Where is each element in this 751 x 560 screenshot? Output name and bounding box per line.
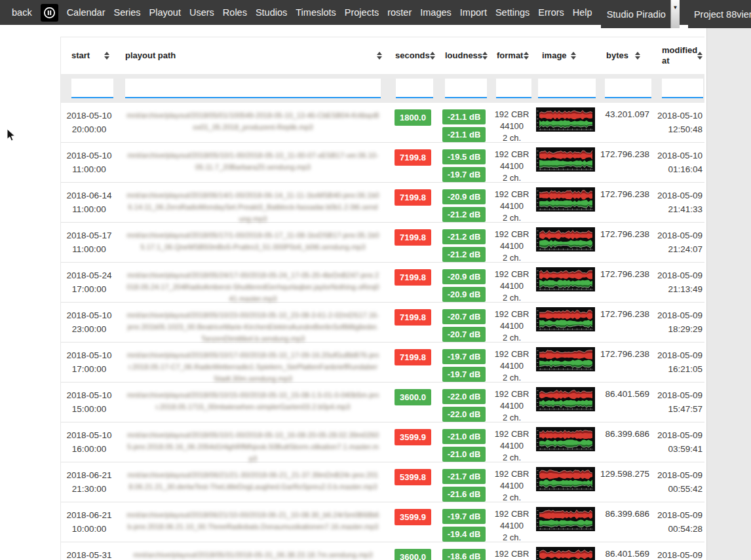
nav-item-import[interactable]: Import [460,7,487,18]
nav-item-roles[interactable]: Roles [223,7,247,18]
filter-input-format[interactable] [496,79,531,98]
waveform-thumbnail[interactable] [536,547,595,560]
waveform-thumbnail[interactable] [536,147,595,185]
cell-playout-path: mnt/archive/playout/2018/05/10/17-00/201… [117,343,389,384]
sort-icon[interactable] [377,52,382,60]
format-line: 192 CBR [491,308,533,320]
nav-item-playout[interactable]: Playout [149,7,181,18]
sort-up-arrow-icon [524,52,529,55]
sort-icon[interactable] [482,52,488,60]
loudness-badge: -20.7 dB [442,327,486,342]
sort-icon[interactable] [635,52,640,60]
filter-input-loudness[interactable] [445,79,487,98]
nav-item-calendar[interactable]: Calendar [67,7,106,18]
nav-item-help[interactable]: Help [573,7,592,18]
sort-down-arrow-icon [524,56,529,60]
cell-modified-at: 2018-05-09 21:41:33 [653,183,705,225]
nav-item-timeslots[interactable]: Timeslots [296,7,336,18]
waveform-thumbnail[interactable] [536,467,595,504]
cell-image [533,223,598,265]
sort-up-arrow-icon [104,52,109,55]
nav-item-studios[interactable]: Studios [256,7,287,18]
cell-playout-path: mnt/archive/playout/2018/05/01/100549-20… [117,103,389,145]
table-row[interactable]: 2018-06-21 10:00:00mnt/archive/playout/2… [61,502,704,542]
loudness-badge: -22.0 dB [442,389,486,404]
nav-item-errors[interactable]: Errors [538,7,564,18]
filter-input-start[interactable] [71,79,113,98]
nav-item-users[interactable]: Users [189,7,214,18]
sort-icon[interactable] [104,52,109,60]
playout-path-redacted-text: mnt/archive/playout/2018/05/17/1-00/2018… [126,229,379,265]
table-row[interactable]: 2018-06-21 21:30:00mnt/archive/playout/2… [61,462,704,502]
loudness-badge: -22.0 dB [442,407,486,422]
seconds-badge: 7199.8 [395,309,431,326]
loudness-badge: -19.4 dB [442,527,486,542]
right-gutter-panel [706,28,751,560]
cell-loudness: -21.2 dB-21.2 dB [437,223,491,265]
filter-cell [533,79,598,98]
seconds-badge: 3599.9 [395,429,431,445]
table-row[interactable]: 2018-05-10 17:00:00mnt/archive/playout/2… [61,343,704,383]
waveform-thumbnail[interactable] [536,387,595,424]
table-row[interactable]: 2018-05-24 17:00:00mnt/archive/playout/2… [61,263,704,303]
table-row[interactable]: 2018-05-10 20:00:00mnt/archive/playout/2… [61,103,704,143]
cell-seconds: 7199.8 [389,143,437,185]
sort-up-arrow-icon [571,52,576,55]
cell-modified-at: 2018-05-09 [653,542,705,560]
back-button[interactable]: back [12,7,32,18]
sort-icon[interactable] [524,52,529,60]
loudness-badge: -19.7 dB [442,167,486,182]
nav-item-images[interactable]: Images [420,7,452,18]
table-row[interactable]: 2018-05-10 11:00:00mnt/archive/playout/2… [61,143,704,183]
table-row[interactable]: 2018-05-10 23:00:00mnt/archive/playout/2… [61,303,704,343]
cell-bytes: 172.796.238 [598,303,653,345]
nav-item-projects[interactable]: Projects [345,7,379,18]
cell-start: 2018-05-24 17:00:00 [61,263,117,305]
column-header-modified-at: modified at [653,45,705,67]
waveform-thumbnail[interactable] [536,347,595,384]
sort-icon[interactable] [571,52,576,60]
waveform-thumbnail[interactable] [536,107,595,145]
nav-item-settings[interactable]: Settings [495,7,530,18]
table-row[interactable]: 2018-06-14 11:00:00mnt/archive/playout/2… [61,183,704,223]
filter-input-image[interactable] [538,79,596,98]
waveform-thumbnail[interactable] [536,307,595,345]
playout-path-redacted-text: mnt/archive/playout/2018/05/10/15-00/201… [126,389,379,424]
cell-seconds: 7199.8 [389,263,437,305]
waveform-thumbnail[interactable] [536,267,595,305]
table-row[interactable]: 2018-05-31mnt/archive/playout/2018/05/31… [61,542,704,560]
studio-select[interactable]: Studio Piradio ▼ [601,0,680,28]
table-row[interactable]: 2018-05-10 15:00:00mnt/archive/playout/2… [61,383,704,422]
cell-modified-at: 2018-05-09 00:55:42 [653,462,705,504]
cell-seconds: 7199.8 [389,303,437,345]
filter-input-playout-path[interactable] [125,79,381,98]
column-header-bytes: bytes [598,50,653,61]
waveform-thumbnail[interactable] [536,187,595,225]
nav-item-roster[interactable]: roster [387,7,412,18]
waveform-thumbnail[interactable] [536,227,595,265]
table-row[interactable]: 2018-05-10 16:00:00mnt/archive/playout/2… [61,422,704,462]
waveform-thumbnail[interactable] [536,427,595,464]
sort-down-arrow-icon [635,56,640,60]
cell-start: 2018-06-21 21:30:00 [61,462,117,504]
sort-icon[interactable] [697,52,703,60]
filter-input-modified-at[interactable] [662,79,703,98]
filter-input-seconds[interactable] [396,79,433,98]
loudness-badge: -19.7 dB [442,349,486,364]
cell-modified-at: 2018-05-10 01:16:04 [653,143,705,185]
cell-image [533,343,598,384]
waveform-thumbnail[interactable] [536,507,595,544]
project-select[interactable]: Project 88vier ▼ [688,0,751,28]
cell-loudness: -21.7 dB-21.6 dB [437,462,491,504]
pause-circle-logo-icon[interactable] [41,4,58,22]
nav-item-series[interactable]: Series [113,7,140,18]
loudness-badge: -20.9 dB [442,189,486,204]
sort-down-arrow-icon [482,56,488,60]
sort-up-arrow-icon [377,52,382,55]
format-line: 192 CBR [491,508,533,520]
seconds-badge: 7199.8 [395,189,431,206]
cell-start: 2018-05-10 20:00:00 [61,103,117,145]
filter-input-bytes[interactable] [605,79,651,98]
sort-icon[interactable] [430,52,435,60]
table-row[interactable]: 2018-05-17 11:00:00mnt/archive/playout/2… [61,223,704,263]
